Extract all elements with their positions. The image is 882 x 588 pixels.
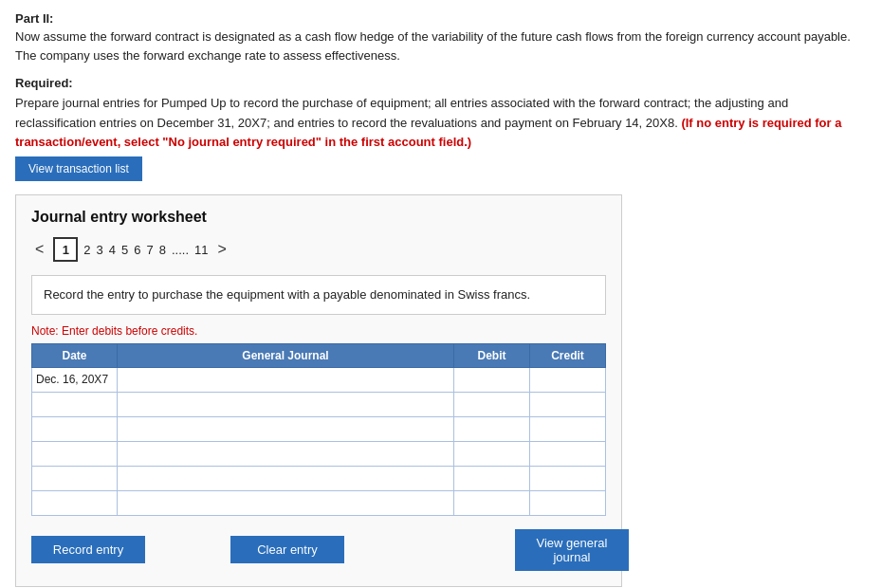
page-3[interactable]: 3 xyxy=(97,237,103,262)
page-11[interactable]: 11 xyxy=(194,237,208,262)
debit-input-3[interactable] xyxy=(454,417,529,441)
table-row xyxy=(32,416,606,441)
credit-cell-4[interactable] xyxy=(530,441,606,466)
col-header-credit: Credit xyxy=(530,343,606,367)
credit-input-5[interactable] xyxy=(530,467,605,490)
date-cell-2 xyxy=(32,392,118,416)
date-cell-1: Dec. 16, 20X7 xyxy=(32,367,118,392)
debit-cell-2[interactable] xyxy=(454,392,530,416)
credit-input-4[interactable] xyxy=(530,442,605,466)
prev-page-button[interactable]: < xyxy=(31,241,47,258)
credit-input-3[interactable] xyxy=(530,417,605,441)
view-general-journal-button[interactable]: View general journal xyxy=(515,529,629,571)
journal-entry-worksheet: Journal entry worksheet < 1 2 3 4 5 6 7 … xyxy=(15,194,622,587)
credit-cell-5[interactable] xyxy=(530,466,606,490)
table-row xyxy=(32,466,606,490)
view-transaction-list-button[interactable]: View transaction list xyxy=(15,156,142,181)
credit-cell-3[interactable] xyxy=(530,416,606,441)
page-5[interactable]: 5 xyxy=(121,237,128,262)
debit-cell-5[interactable] xyxy=(454,466,530,490)
journal-cell-6[interactable] xyxy=(118,490,454,515)
instruction-text: Record the entry to purchase the equipme… xyxy=(44,287,530,302)
pagination: < 1 2 3 4 5 6 7 8 ..... 11 > xyxy=(31,237,606,262)
table-row: Dec. 16, 20X7 xyxy=(32,367,606,392)
date-cell-5 xyxy=(32,466,118,490)
credit-cell-1[interactable] xyxy=(530,367,606,392)
credit-input-1[interactable] xyxy=(530,368,605,392)
journal-input-3[interactable] xyxy=(118,417,453,441)
date-cell-3 xyxy=(32,416,118,441)
col-header-debit: Debit xyxy=(454,343,530,367)
required-text-normal: Prepare journal entries for Pumped Up to… xyxy=(15,96,788,130)
part-label: Part II: xyxy=(15,11,867,26)
journal-input-5[interactable] xyxy=(118,467,453,490)
worksheet-title: Journal entry worksheet xyxy=(31,209,606,226)
journal-cell-2[interactable] xyxy=(118,392,454,416)
debit-cell-3[interactable] xyxy=(454,416,530,441)
record-entry-button[interactable]: Record entry xyxy=(31,536,145,563)
journal-input-2[interactable] xyxy=(118,393,453,416)
note-text: Note: Enter debits before credits. xyxy=(31,324,606,338)
credit-cell-2[interactable] xyxy=(530,392,606,416)
page-6[interactable]: 6 xyxy=(134,237,140,262)
debit-input-2[interactable] xyxy=(454,393,529,416)
debit-cell-1[interactable] xyxy=(454,367,530,392)
page-7[interactable]: 7 xyxy=(147,237,154,262)
credit-input-2[interactable] xyxy=(530,393,605,416)
table-row xyxy=(32,441,606,466)
table-row xyxy=(32,392,606,416)
clear-entry-button[interactable]: Clear entry xyxy=(230,536,344,563)
credit-cell-6[interactable] xyxy=(530,490,606,515)
journal-input-1[interactable] xyxy=(118,368,453,392)
debit-input-4[interactable] xyxy=(454,442,529,466)
required-label: Required: xyxy=(15,76,73,90)
date-cell-6 xyxy=(32,490,118,515)
button-row: Record entry Clear entry View general jo… xyxy=(31,529,606,571)
journal-input-4[interactable] xyxy=(118,442,453,466)
journal-cell-5[interactable] xyxy=(118,466,454,490)
journal-input-6[interactable] xyxy=(118,491,453,515)
debit-cell-4[interactable] xyxy=(454,441,530,466)
col-header-journal: General Journal xyxy=(118,343,454,367)
debit-input-1[interactable] xyxy=(454,368,529,392)
journal-cell-1[interactable] xyxy=(118,367,454,392)
journal-table: Date General Journal Debit Credit Dec. 1… xyxy=(31,343,606,516)
credit-input-6[interactable] xyxy=(530,491,605,515)
debit-input-6[interactable] xyxy=(454,491,529,515)
page-8[interactable]: 8 xyxy=(159,237,166,262)
debit-input-5[interactable] xyxy=(454,467,529,490)
date-cell-4 xyxy=(32,441,118,466)
next-page-button[interactable]: > xyxy=(214,241,230,258)
page-4[interactable]: 4 xyxy=(109,237,116,262)
required-section: Required: Prepare journal entries for Pu… xyxy=(15,74,867,153)
instruction-box: Record the entry to purchase the equipme… xyxy=(31,275,606,315)
table-row xyxy=(32,490,606,515)
journal-cell-3[interactable] xyxy=(118,416,454,441)
journal-cell-4[interactable] xyxy=(118,441,454,466)
page-2[interactable]: 2 xyxy=(83,237,90,262)
page-ellipsis: ..... xyxy=(172,237,189,262)
col-header-date: Date xyxy=(32,343,118,367)
debit-cell-6[interactable] xyxy=(454,490,530,515)
part-description: Now assume the forward contract is desig… xyxy=(15,28,867,64)
page-1[interactable]: 1 xyxy=(53,237,78,262)
